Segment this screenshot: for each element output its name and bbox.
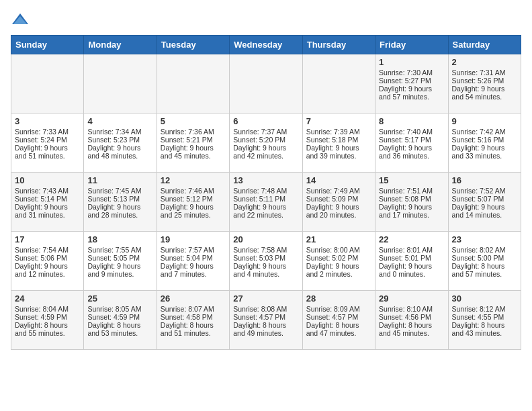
day-info: Sunset: 5:09 PM: [306, 195, 371, 203]
day-number: 9: [452, 116, 517, 126]
day-info: Daylight: 8 hours: [87, 321, 152, 329]
day-info: Sunrise: 7:39 AM: [306, 128, 371, 136]
day-info: Sunset: 4:59 PM: [87, 313, 152, 321]
day-info: and 57 minutes.: [379, 93, 444, 101]
day-number: 17: [15, 234, 80, 244]
day-info: Sunset: 5:14 PM: [15, 195, 80, 203]
calendar-cell: 9Sunrise: 7:42 AMSunset: 5:16 PMDaylight…: [448, 113, 521, 173]
day-info: and 54 minutes.: [452, 93, 517, 101]
logo-icon: [11, 11, 30, 30]
week-row-1: 1Sunrise: 7:30 AMSunset: 5:27 PMDaylight…: [11, 54, 521, 113]
weekday-header-saturday: Saturday: [448, 36, 521, 54]
day-info: Sunrise: 8:05 AM: [87, 305, 152, 313]
calendar-cell: 2Sunrise: 7:31 AMSunset: 5:26 PMDaylight…: [448, 54, 521, 113]
day-info: Daylight: 9 hours: [87, 262, 152, 270]
day-info: and 57 minutes.: [452, 270, 517, 278]
day-number: 21: [306, 234, 371, 244]
day-info: and 47 minutes.: [306, 329, 371, 337]
day-info: Sunset: 5:05 PM: [87, 254, 152, 262]
day-number: 24: [15, 293, 80, 304]
day-info: Daylight: 9 hours: [452, 85, 517, 93]
day-info: Sunset: 5:20 PM: [233, 136, 298, 144]
day-info: Sunset: 5:03 PM: [233, 254, 298, 262]
day-info: Sunrise: 7:46 AM: [161, 187, 226, 195]
day-info: Sunrise: 7:36 AM: [161, 128, 226, 136]
day-info: Sunrise: 8:10 AM: [379, 305, 444, 313]
day-number: 26: [161, 293, 226, 304]
day-info: Daylight: 9 hours: [233, 262, 298, 270]
day-info: and 33 minutes.: [452, 152, 517, 160]
day-info: Sunrise: 7:49 AM: [306, 187, 371, 195]
day-number: 29: [379, 293, 444, 304]
day-info: Sunset: 5:16 PM: [452, 136, 517, 144]
day-number: 4: [87, 116, 152, 126]
day-info: Sunset: 5:12 PM: [161, 195, 226, 203]
calendar-cell: 27Sunrise: 8:08 AMSunset: 4:57 PMDayligh…: [230, 291, 302, 350]
calendar-cell: [157, 54, 229, 113]
weekday-header-wednesday: Wednesday: [230, 36, 302, 54]
weekday-header-friday: Friday: [375, 36, 448, 54]
day-info: Sunrise: 7:55 AM: [87, 246, 152, 254]
day-info: Daylight: 9 hours: [306, 262, 371, 270]
day-info: Sunset: 5:26 PM: [452, 77, 517, 85]
day-info: Daylight: 8 hours: [452, 321, 517, 329]
day-info: Daylight: 8 hours: [306, 321, 371, 329]
day-info: Sunset: 5:04 PM: [161, 254, 226, 262]
day-info: Sunset: 5:24 PM: [15, 136, 80, 144]
week-row-4: 17Sunrise: 7:54 AMSunset: 5:06 PMDayligh…: [11, 232, 521, 291]
day-info: Sunset: 5:21 PM: [161, 136, 226, 144]
day-number: 5: [161, 116, 226, 126]
day-info: Daylight: 9 hours: [233, 203, 298, 211]
day-number: 19: [161, 234, 226, 244]
day-info: Sunset: 5:02 PM: [306, 254, 371, 262]
day-info: Daylight: 8 hours: [233, 321, 298, 329]
calendar-cell: 24Sunrise: 8:04 AMSunset: 4:59 PMDayligh…: [11, 291, 84, 350]
day-info: and 45 minutes.: [379, 329, 444, 337]
day-info: and 45 minutes.: [161, 152, 226, 160]
calendar-cell: 1Sunrise: 7:30 AMSunset: 5:27 PMDaylight…: [375, 54, 448, 113]
day-number: 3: [15, 116, 80, 126]
day-info: and 22 minutes.: [233, 211, 298, 219]
day-info: Sunset: 5:23 PM: [87, 136, 152, 144]
day-info: Sunrise: 8:04 AM: [15, 305, 80, 313]
day-info: Daylight: 9 hours: [87, 203, 152, 211]
calendar-cell: 29Sunrise: 8:10 AMSunset: 4:56 PMDayligh…: [375, 291, 448, 350]
day-info: and 14 minutes.: [452, 211, 517, 219]
weekday-header-monday: Monday: [84, 36, 157, 54]
day-info: and 42 minutes.: [233, 152, 298, 160]
day-info: Sunrise: 7:58 AM: [233, 246, 298, 254]
day-info: Sunrise: 7:45 AM: [87, 187, 152, 195]
day-info: and 36 minutes.: [379, 152, 444, 160]
day-info: Sunrise: 8:08 AM: [233, 305, 298, 313]
calendar-cell: 20Sunrise: 7:58 AMSunset: 5:03 PMDayligh…: [230, 232, 302, 291]
calendar-cell: 3Sunrise: 7:33 AMSunset: 5:24 PMDaylight…: [11, 113, 84, 173]
day-info: Sunrise: 7:30 AM: [379, 68, 444, 77]
day-info: Daylight: 9 hours: [87, 144, 152, 152]
calendar-cell: 6Sunrise: 7:37 AMSunset: 5:20 PMDaylight…: [230, 113, 302, 173]
day-info: Sunset: 4:55 PM: [452, 313, 517, 321]
day-info: Sunrise: 7:43 AM: [15, 187, 80, 195]
day-info: Sunrise: 7:40 AM: [379, 128, 444, 136]
day-info: Daylight: 9 hours: [161, 144, 226, 152]
day-info: Sunset: 5:17 PM: [379, 136, 444, 144]
calendar-cell: 26Sunrise: 8:07 AMSunset: 4:58 PMDayligh…: [157, 291, 229, 350]
day-info: Sunset: 4:58 PM: [161, 313, 226, 321]
calendar-cell: 21Sunrise: 8:00 AMSunset: 5:02 PMDayligh…: [302, 232, 375, 291]
day-number: 15: [379, 175, 444, 185]
day-info: Daylight: 9 hours: [161, 203, 226, 211]
day-number: 27: [233, 293, 298, 304]
calendar-cell: 4Sunrise: 7:34 AMSunset: 5:23 PMDaylight…: [84, 113, 157, 173]
day-info: and 28 minutes.: [87, 211, 152, 219]
day-info: Daylight: 8 hours: [161, 321, 226, 329]
day-info: Sunset: 5:11 PM: [233, 195, 298, 203]
calendar-table: SundayMondayTuesdayWednesdayThursdayFrid…: [11, 35, 521, 350]
day-info: Daylight: 9 hours: [452, 144, 517, 152]
calendar-cell: 12Sunrise: 7:46 AMSunset: 5:12 PMDayligh…: [157, 173, 229, 232]
day-number: 14: [306, 175, 371, 185]
calendar-cell: 22Sunrise: 8:01 AMSunset: 5:01 PMDayligh…: [375, 232, 448, 291]
day-info: Sunrise: 7:33 AM: [15, 128, 80, 136]
calendar-cell: 16Sunrise: 7:52 AMSunset: 5:07 PMDayligh…: [448, 173, 521, 232]
week-row-3: 10Sunrise: 7:43 AMSunset: 5:14 PMDayligh…: [11, 173, 521, 232]
day-number: 25: [87, 293, 152, 304]
day-info: and 12 minutes.: [15, 270, 80, 278]
